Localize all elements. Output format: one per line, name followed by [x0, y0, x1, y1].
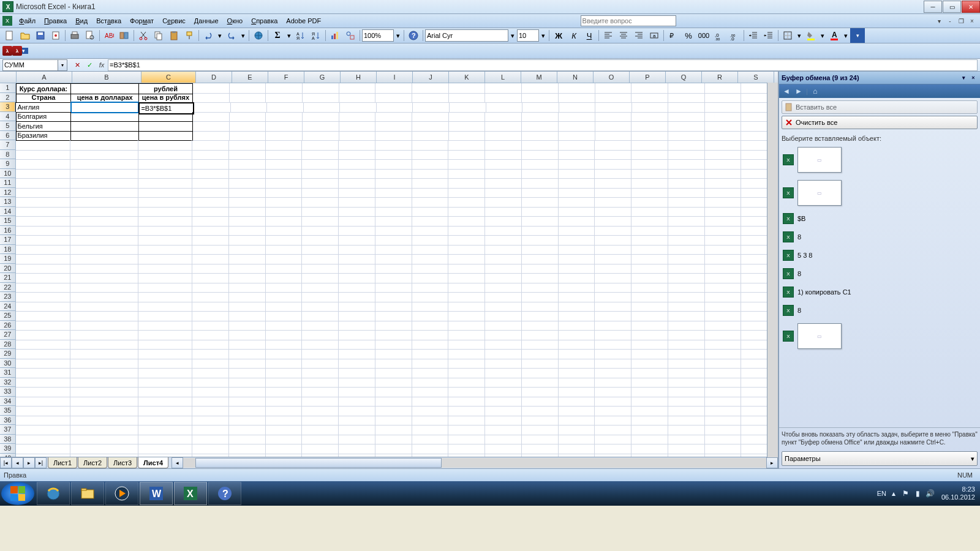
cell-H19[interactable] — [339, 254, 375, 264]
cell-L12[interactable] — [485, 188, 522, 198]
cell-E20[interactable] — [229, 264, 266, 274]
cell-P10[interactable] — [631, 169, 668, 179]
cell-E3[interactable] — [231, 102, 268, 113]
cell-N9[interactable] — [559, 159, 595, 170]
cell-G39[interactable] — [302, 444, 339, 454]
cell-P36[interactable] — [631, 416, 668, 426]
menu-format[interactable]: Формат — [126, 16, 158, 26]
cell-G7[interactable] — [302, 140, 339, 151]
cell-H15[interactable] — [339, 216, 375, 227]
cell-B37[interactable] — [70, 425, 138, 435]
cell-F38[interactable] — [266, 435, 303, 445]
cell-C32[interactable] — [138, 378, 192, 388]
menu-window[interactable]: Окно — [223, 16, 247, 26]
cell-N19[interactable] — [559, 254, 595, 264]
cell-R6[interactable] — [705, 131, 742, 141]
cell-B23[interactable] — [70, 292, 138, 302]
app-icon-small[interactable]: X — [2, 16, 12, 26]
cell-C13[interactable] — [138, 197, 192, 208]
cell-K16[interactable] — [448, 226, 485, 236]
cell-O6[interactable] — [595, 131, 632, 141]
cell-R39[interactable] — [705, 444, 742, 454]
cell-I6[interactable] — [375, 131, 412, 141]
row-header-32[interactable]: 32 — [0, 378, 16, 388]
cell-J30[interactable] — [412, 359, 449, 369]
clipboard-item-5[interactable]: X8 — [782, 264, 978, 283]
cell-Q31[interactable] — [668, 368, 705, 378]
cell-H38[interactable] — [339, 435, 375, 445]
cell-F35[interactable] — [266, 406, 303, 416]
menu-insert[interactable]: Вставка — [92, 16, 126, 26]
cell-A34[interactable] — [16, 397, 71, 407]
cell-A13[interactable] — [16, 197, 71, 208]
column-header-D[interactable]: D — [196, 72, 232, 83]
cell-H7[interactable] — [339, 140, 375, 151]
cell-F33[interactable] — [266, 387, 303, 397]
cell-K13[interactable] — [448, 197, 485, 208]
taskbar-wmp[interactable] — [105, 482, 138, 505]
cell-I10[interactable] — [375, 169, 412, 179]
cell-I39[interactable] — [375, 444, 412, 454]
cell-J17[interactable] — [412, 235, 449, 246]
cell-L37[interactable] — [485, 425, 522, 435]
align-center-button[interactable] — [616, 28, 631, 43]
decrease-decimal-button[interactable]: ,00,0 — [727, 28, 742, 43]
cell-L14[interactable] — [485, 207, 522, 217]
vertical-scrollbar[interactable] — [767, 83, 778, 457]
cell-L18[interactable] — [485, 245, 522, 255]
cell-D40[interactable] — [192, 454, 229, 457]
cell-R24[interactable] — [705, 302, 742, 312]
cell-C36[interactable] — [138, 416, 192, 426]
cell-E4[interactable] — [230, 112, 266, 122]
cell-B27[interactable] — [70, 330, 138, 340]
cell-O4[interactable] — [595, 112, 632, 122]
cell-P23[interactable] — [631, 292, 668, 302]
cell-O40[interactable] — [595, 454, 631, 457]
cell-H28[interactable] — [339, 340, 375, 350]
zoom-dropdown[interactable]: ▾ — [394, 28, 402, 43]
cell-B36[interactable] — [70, 416, 138, 426]
cell-H33[interactable] — [339, 387, 375, 397]
menu-view[interactable]: Вид — [71, 16, 92, 26]
chart-wizard-button[interactable] — [328, 28, 342, 43]
cell-H11[interactable] — [339, 178, 375, 189]
cell-P5[interactable] — [631, 121, 668, 132]
cell-P35[interactable] — [631, 406, 668, 416]
cell-K4[interactable] — [449, 112, 486, 122]
cell-J34[interactable] — [412, 397, 449, 407]
column-header-F[interactable]: F — [268, 72, 304, 83]
cell-G30[interactable] — [302, 359, 339, 369]
cell-G24[interactable] — [302, 302, 339, 312]
cell-I40[interactable] — [375, 454, 412, 457]
cell-F18[interactable] — [266, 245, 303, 255]
cell-Q23[interactable] — [668, 292, 705, 302]
taskpane-forward-icon[interactable]: ► — [794, 86, 804, 96]
cell-Q38[interactable] — [668, 435, 705, 445]
cell-D1[interactable] — [193, 83, 230, 94]
cell-M31[interactable] — [522, 368, 559, 378]
cell-O23[interactable] — [595, 292, 631, 302]
cell-E36[interactable] — [229, 416, 266, 426]
row-header-17[interactable]: 17 — [0, 235, 16, 245]
cell-J14[interactable] — [412, 207, 449, 217]
cell-N13[interactable] — [559, 197, 595, 208]
cell-L1[interactable] — [485, 83, 522, 94]
cell-Q21[interactable] — [668, 273, 705, 283]
cell-M25[interactable] — [522, 311, 559, 321]
sort-asc-button[interactable]: AЯ — [293, 28, 308, 43]
row-header-3[interactable]: 3 — [0, 102, 15, 112]
row-header-35[interactable]: 35 — [0, 406, 16, 416]
cell-E35[interactable] — [229, 406, 266, 416]
cell-O16[interactable] — [595, 226, 631, 236]
cell-R22[interactable] — [705, 283, 742, 293]
cell-A31[interactable] — [16, 368, 71, 378]
cell-K33[interactable] — [448, 387, 485, 397]
cell-M1[interactable] — [522, 83, 559, 94]
cell-G29[interactable] — [302, 349, 339, 359]
cell-O31[interactable] — [595, 368, 631, 378]
hyperlink-button[interactable] — [251, 28, 266, 43]
cell-N23[interactable] — [559, 292, 595, 302]
cell-D25[interactable] — [192, 311, 229, 321]
cell-G26[interactable] — [302, 321, 339, 331]
pdf-export-button[interactable]: λ — [2, 46, 12, 56]
